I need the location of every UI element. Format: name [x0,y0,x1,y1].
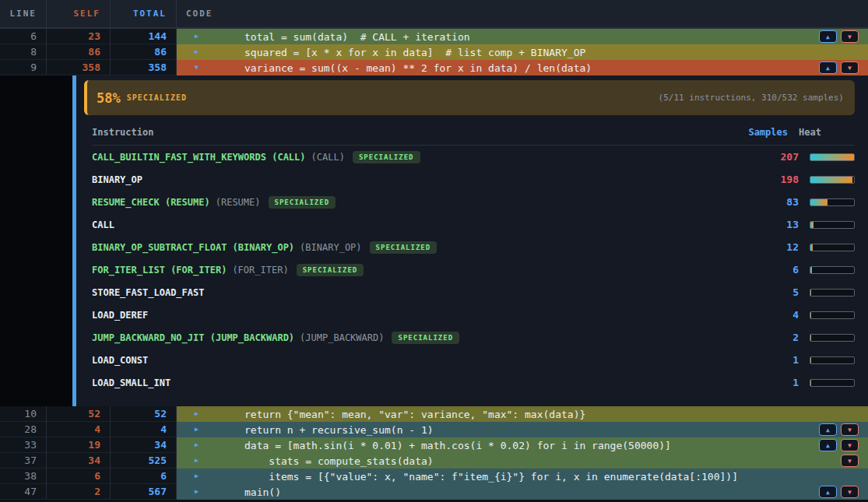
code-text: squared = [x * x for x in data] # list c… [244,47,585,58]
jump-up-button[interactable]: ▲ [819,486,837,498]
code-cell: ▶return {"mean": mean, "var": variance, … [177,406,868,422]
instruction-row: STORE_FAST_LOAD_FAST5 [92,281,855,304]
column-header-line[interactable]: LINE [0,0,47,27]
specialized-badge: SPECIALIZED [269,196,336,209]
instruction-samples: 1 [744,354,799,366]
jump-up-button[interactable]: ▲ [819,61,837,74]
total-samples: 144 [111,29,177,44]
line-number: 28 [0,422,47,437]
total-samples: 52 [111,406,177,422]
column-header-total[interactable]: TOTAL [111,0,177,27]
code-cell: ▼variance = sum((x - mean) ** 2 for x in… [177,60,868,75]
heat-bar-fill [810,312,811,318]
instruction-row: LOAD_DEREF4 [92,304,855,326]
specialized-badge: SPECIALIZED [353,151,420,163]
line-number: 10 [0,406,47,422]
code-line-row: 3734525▶ stats = compute_stats(data)▼ [0,453,868,469]
code-text: return {"mean": mean, "var": variance, "… [244,409,585,420]
code-text: main() [244,486,281,498]
jump-down-button[interactable]: ▼ [841,455,859,467]
instruction-opname: CALL [92,219,114,230]
row-nav-buttons: ▲▼ [819,61,859,74]
specialized-badge: SPECIALIZED [392,332,459,344]
jump-up-button[interactable]: ▲ [819,423,837,436]
jump-down-button[interactable]: ▼ [841,423,859,436]
heat-bar [810,266,855,274]
heat-bar [810,244,855,251]
expand-expander-icon[interactable]: ▶ [195,422,204,437]
code-cell: ▶ items = [{"value": x, "name": f"item_{… [177,469,868,484]
instruction-name: JUMP_BACKWARD_NO_JIT (JUMP_BACKWARD)(JUM… [92,332,744,344]
code-cell: ▶squared = [x * x for x in data] # list … [177,44,868,60]
instruction-base-ref: (RESUME) [216,197,261,208]
code-line-row: 331934▶data = [math.sin(i * 0.01) + math… [0,437,868,453]
code-text: items = [{"value": x, "name": f"item_{i}… [244,471,738,483]
instruction-table-header: Instruction Samples Heat [92,119,855,146]
specialized-label: SPECIALIZED [127,93,187,102]
jump-down-button[interactable]: ▼ [841,30,859,43]
heat-bar [810,198,855,206]
expand-expander-icon[interactable]: ▶ [195,44,204,60]
instruction-row: JUMP_BACKWARD_NO_JIT (JUMP_BACKWARD)(JUM… [92,326,855,349]
heat-bar-fill [810,290,811,296]
code-line-row: 472567▶main()▲▼ [0,484,868,500]
instruction-name: BINARY_OP_SUBTRACT_FLOAT (BINARY_OP)(BIN… [92,241,744,254]
column-header-self[interactable]: SELF [47,0,111,27]
expand-expander-icon[interactable]: ▶ [195,453,204,469]
expanded-gutter [0,75,72,406]
heat-bar [810,334,855,342]
specialization-summary-box: 58% SPECIALIZED (5/11 instructions, 310/… [84,80,855,115]
instruction-opname: LOAD_CONST [92,355,148,366]
instruction-row: RESUME_CHECK (RESUME)(RESUME)SPECIALIZED… [92,191,855,213]
instruction-name: CALL [92,219,744,230]
instruction-opname: BINARY_OP_SUBTRACT_FLOAT (BINARY_OP) [92,242,294,253]
instruction-name: FOR_ITER_LIST (FOR_ITER)(FOR_ITER)SPECIA… [92,264,744,276]
instruction-name: LOAD_SMALL_INT [92,377,744,388]
total-samples: 567 [111,484,177,500]
self-samples: 2 [47,484,111,500]
row-nav-buttons: ▲▼ [819,439,859,451]
jump-down-button[interactable]: ▼ [841,439,859,451]
row-nav-buttons: ▼ [841,455,859,467]
expand-expander-icon[interactable]: ▶ [195,406,204,422]
instruction-samples: 4 [744,309,799,321]
instruction-name: LOAD_CONST [92,355,744,366]
instruction-name: RESUME_CHECK (RESUME)(RESUME)SPECIALIZED [92,196,744,209]
line-number: 47 [0,484,47,500]
instruction-samples: 1 [744,377,799,388]
header-samples[interactable]: Samples [733,127,788,138]
self-samples: 52 [47,406,111,422]
line-number: 6 [0,29,47,44]
line-number: 38 [0,469,47,484]
expand-expander-icon[interactable]: ▶ [195,484,204,500]
expand-expander-icon[interactable]: ▶ [195,29,204,44]
heat-bar-fill [810,154,854,160]
heat-bar-fill [810,177,852,183]
code-line-row: 3866▶ items = [{"value": x, "name": f"it… [0,469,868,484]
line-number: 37 [0,453,47,469]
heat-bar [810,176,855,184]
heat-bar [810,356,855,364]
instruction-row: CALL_BUILTIN_FAST_WITH_KEYWORDS (CALL)(C… [92,146,855,168]
instruction-row: BINARY_OP198 [92,168,855,191]
instruction-row: FOR_ITER_LIST (FOR_ITER)(FOR_ITER)SPECIA… [92,258,855,281]
instruction-opname: BINARY_OP [92,174,142,185]
instruction-opname: LOAD_SMALL_INT [92,377,170,388]
jump-down-button[interactable]: ▼ [841,486,859,498]
collapse-expander-icon[interactable]: ▼ [195,60,204,75]
heat-bar-fill [810,222,814,228]
code-text: stats = compute_stats(data) [244,455,434,467]
instruction-samples: 6 [744,264,799,276]
instruction-opname: RESUME_CHECK (RESUME) [92,197,210,208]
expand-expander-icon[interactable]: ▶ [195,469,204,484]
instruction-row: LOAD_SMALL_INT1 [92,371,855,394]
header-instruction[interactable]: Instruction [92,127,733,138]
jump-up-button[interactable]: ▲ [819,30,837,43]
jump-up-button[interactable]: ▲ [819,439,837,451]
code-rows-bottom: 105252▶return {"mean": mean, "var": vari… [0,406,868,500]
expand-expander-icon[interactable]: ▶ [195,437,204,453]
jump-down-button[interactable]: ▼ [841,61,859,74]
self-samples: 19 [47,437,111,453]
instruction-opname: LOAD_DEREF [92,310,148,321]
instruction-opname: FOR_ITER_LIST (FOR_ITER) [92,265,227,276]
